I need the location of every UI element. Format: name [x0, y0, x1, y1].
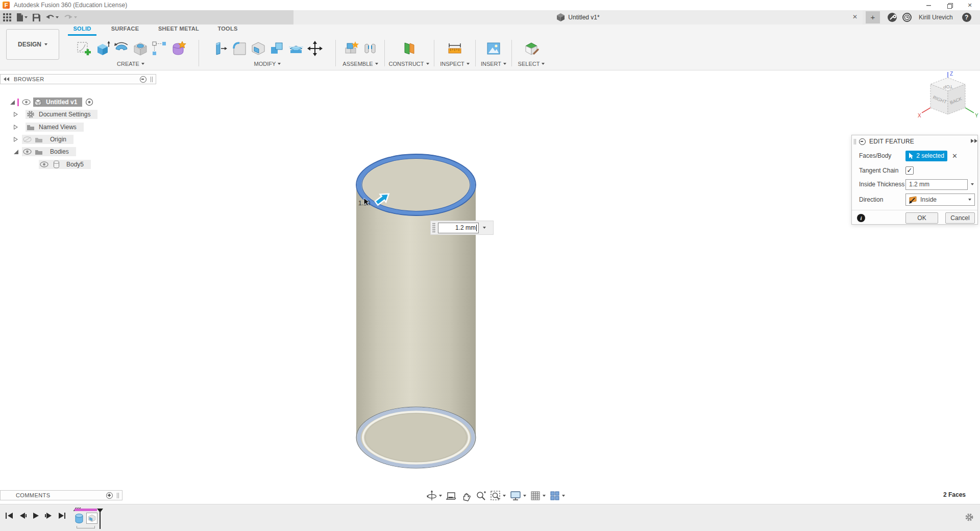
expand-arrow-icon[interactable]	[10, 100, 15, 105]
pan-button[interactable]	[460, 490, 472, 501]
model-viewport[interactable]: 1.20	[296, 143, 536, 500]
add-comment-icon[interactable]	[106, 492, 113, 499]
construct-plane-button[interactable]	[401, 40, 417, 57]
look-at-button[interactable]	[446, 490, 457, 501]
body5-node[interactable]: Body5	[39, 160, 91, 169]
measure-button[interactable]	[447, 40, 463, 57]
document-node[interactable]: Untitled v1	[33, 98, 82, 107]
data-panel-button[interactable]	[3, 13, 11, 21]
save-button[interactable]	[33, 14, 40, 21]
group-modify-dropdown[interactable]: MODIFY	[201, 61, 334, 67]
group-assemble-dropdown[interactable]: ASSEMBLE	[337, 61, 384, 67]
inside-thickness-dropdown-icon[interactable]	[971, 183, 974, 185]
collapse-arrow-icon[interactable]	[14, 112, 18, 117]
thickness-drag-arrow[interactable]	[374, 190, 391, 207]
eye-icon[interactable]	[23, 149, 32, 155]
fit-button[interactable]	[490, 490, 506, 501]
split-body-button[interactable]	[288, 40, 304, 57]
pattern-button[interactable]	[151, 40, 167, 57]
create-sketch-button[interactable]	[76, 40, 92, 57]
eye-icon[interactable]	[40, 161, 48, 167]
go-to-start-button[interactable]	[5, 512, 14, 521]
activate-target-icon[interactable]	[85, 98, 93, 106]
document-tab-close-icon[interactable]: ✕	[852, 13, 857, 20]
undo-button[interactable]	[45, 14, 59, 21]
group-insert-dropdown[interactable]: INSERT	[476, 61, 511, 67]
workspace-selector[interactable]: DESIGN	[6, 29, 59, 60]
press-pull-button[interactable]	[212, 40, 229, 57]
tree-row-named-views[interactable]: Named Views	[14, 123, 84, 132]
group-construct-dropdown[interactable]: CONSTRUCT	[386, 61, 432, 67]
cylinder-top-face[interactable]	[356, 154, 476, 215]
cylinder-body[interactable]	[356, 154, 476, 468]
tree-row-body5[interactable]: Body5	[39, 160, 91, 169]
new-component-button[interactable]	[343, 40, 359, 57]
eye-icon[interactable]	[22, 99, 31, 105]
info-icon[interactable]: i	[857, 214, 865, 222]
viewports-button[interactable]	[549, 490, 565, 501]
move-copy-button[interactable]	[307, 40, 323, 57]
expand-arrow-icon[interactable]	[14, 150, 18, 154]
file-menu-button[interactable]	[16, 13, 28, 21]
insert-image-button[interactable]	[485, 40, 502, 57]
drag-handle[interactable]	[432, 223, 435, 233]
clear-selection-icon[interactable]: ✕	[952, 152, 958, 160]
orbit-button[interactable]	[426, 490, 442, 501]
named-views-node[interactable]: Named Views	[26, 123, 84, 132]
tab-solid[interactable]: SOLID	[68, 26, 96, 36]
dialog-expand-icon[interactable]	[971, 139, 974, 143]
display-settings-button[interactable]	[509, 490, 526, 501]
group-inspect-dropdown[interactable]: INSPECT	[434, 61, 475, 67]
browser-header[interactable]: BROWSER	[0, 74, 156, 84]
redo-button[interactable]	[64, 14, 77, 21]
bodies-node[interactable]: Bodies	[22, 147, 76, 156]
group-create-dropdown[interactable]: CREATE	[65, 61, 196, 67]
play-button[interactable]	[32, 512, 40, 521]
shell-button[interactable]	[250, 40, 266, 57]
step-back-button[interactable]	[18, 512, 27, 521]
comments-header[interactable]: COMMENTS	[0, 490, 122, 500]
tangent-chain-checkbox[interactable]: ✓	[905, 166, 914, 175]
create-form-button[interactable]	[170, 40, 186, 57]
dialog-header[interactable]: EDIT FEATURE	[852, 135, 977, 148]
eye-off-icon[interactable]	[23, 136, 32, 142]
collapse-arrow-icon[interactable]	[14, 137, 18, 142]
help-icon[interactable]: ?	[962, 13, 971, 22]
fillet-button[interactable]	[231, 40, 248, 57]
tree-row-bodies[interactable]: Bodies	[14, 147, 76, 156]
thickness-dropdown-icon[interactable]	[483, 227, 486, 229]
extensions-icon[interactable]	[888, 13, 897, 22]
collapse-arrow-icon[interactable]	[14, 125, 18, 130]
new-tab-button[interactable]: +	[866, 11, 880, 23]
direction-select[interactable]: Inside	[905, 194, 975, 206]
tree-row-document[interactable]: Untitled v1	[10, 98, 93, 107]
origin-node[interactable]: Origin	[22, 135, 74, 144]
document-settings-node[interactable]: Document Settings	[26, 110, 97, 119]
tree-row-origin[interactable]: Origin	[14, 135, 74, 144]
minimize-button[interactable]	[919, 0, 939, 10]
zoom-button[interactable]	[475, 490, 486, 501]
timeline-settings-button[interactable]	[965, 513, 974, 523]
select-button[interactable]	[523, 40, 540, 57]
grid-snaps-button[interactable]	[530, 490, 546, 501]
panel-minimize-icon[interactable]	[140, 76, 146, 83]
close-button[interactable]: ✕	[960, 0, 980, 10]
panel-resize-grip[interactable]	[117, 493, 119, 498]
timeline-shell-feature[interactable]	[86, 513, 97, 524]
faces-body-selection-chip[interactable]: 2 selected	[905, 151, 947, 161]
tree-row-document-settings[interactable]: Document Settings	[14, 110, 97, 119]
document-tab[interactable]: Untitled v1* ✕	[293, 10, 863, 25]
joint-button[interactable]	[362, 40, 378, 57]
timeline-position-marker[interactable]	[97, 509, 104, 530]
tab-tools[interactable]: TOOLS	[213, 26, 242, 36]
hole-button[interactable]	[132, 40, 149, 57]
ok-button[interactable]: OK	[905, 212, 938, 224]
extrude-button[interactable]	[94, 40, 111, 57]
collapse-panel-icon[interactable]	[4, 77, 10, 81]
timeline-cylinder-feature[interactable]	[74, 513, 85, 526]
dialog-minimize-icon[interactable]	[859, 138, 866, 145]
cylinder-bottom-face[interactable]	[356, 407, 476, 468]
panel-resize-grip[interactable]	[151, 77, 153, 82]
combine-button[interactable]	[269, 40, 285, 57]
inside-thickness-input[interactable]: 1.2 mm	[905, 179, 968, 190]
